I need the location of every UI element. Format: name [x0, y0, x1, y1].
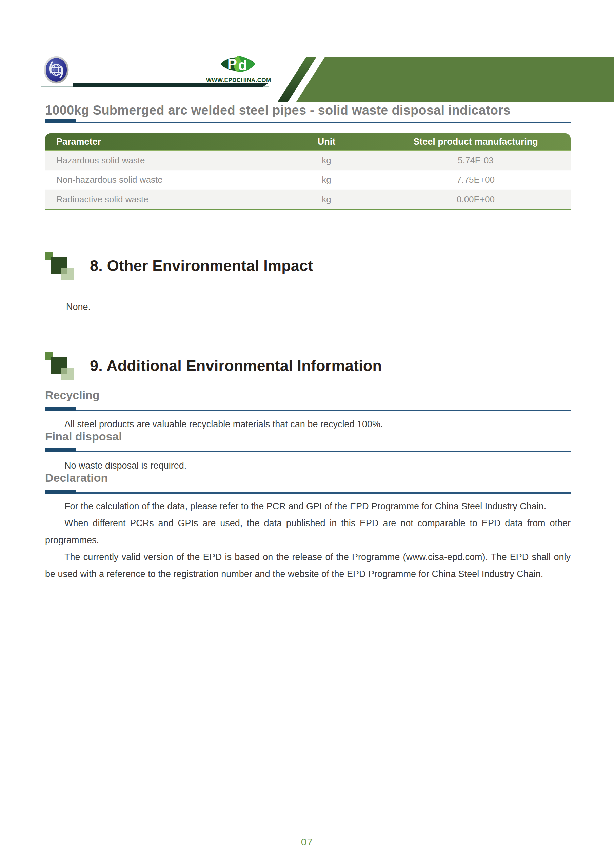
globe-badge-icon [43, 56, 69, 85]
final-disposal-heading: Final disposal [45, 429, 571, 443]
header-stripe-big [296, 57, 614, 102]
declaration-paragraph: The currently valid version of the EPD i… [45, 549, 571, 583]
section-9-header: 9. Additional Environmental Information [45, 350, 571, 381]
declaration-paragraph: For the calculation of the data, please … [45, 498, 571, 515]
declaration-heading: Declaration [45, 471, 571, 485]
cell-unit: kg [272, 175, 381, 185]
title-rule [45, 119, 571, 123]
section-8-title: 8. Other Environmental Impact [90, 257, 313, 274]
svg-text:P: P [228, 56, 237, 72]
recycling-rule [45, 407, 571, 411]
cell-value: 7.75E+00 [381, 175, 571, 185]
final-disposal-rule [45, 448, 571, 452]
epd-china-logo: P d WWW.EPDCHINA.COM [206, 53, 270, 84]
cell-parameter: Radioactive solid waste [45, 194, 272, 205]
page-number: 07 [0, 836, 614, 848]
section-8-header: 8. Other Environmental Impact [45, 250, 571, 281]
section-divider [45, 288, 571, 288]
cell-parameter: Hazardous solid waste [45, 155, 272, 166]
declaration-paragraphs: For the calculation of the data, please … [45, 498, 571, 583]
section-9-title: 9. Additional Environmental Information [90, 357, 382, 375]
column-header-parameter: Parameter [45, 136, 272, 147]
recycling-heading: Recycling [45, 388, 571, 402]
document-page: P d WWW.EPDCHINA.COM 1000kg Submerged ar… [0, 0, 614, 868]
table-row: Hazardous solid waste kg 5.74E-03 [45, 151, 571, 170]
recycling-body: All steel products are valuable recyclab… [45, 419, 571, 429]
declaration-rule [45, 490, 571, 494]
indicators-table: Parameter Unit Steel product manufacturi… [45, 133, 571, 210]
green-squares-icon [45, 250, 74, 281]
page-title: 1000kg Submerged arc welded steel pipes … [45, 102, 571, 118]
table-header-row: Parameter Unit Steel product manufacturi… [45, 133, 571, 151]
cell-value: 5.74E-03 [381, 155, 571, 166]
table-body: Hazardous solid waste kg 5.74E-03 Non-ha… [45, 151, 571, 210]
section-8-body: None. [45, 302, 571, 312]
column-header-manufacturing: Steel product manufacturing [381, 136, 571, 147]
cell-value: 0.00E+00 [381, 194, 571, 205]
final-disposal-body: No waste disposal is required. [45, 460, 571, 471]
green-squares-icon [45, 350, 74, 381]
epd-website-text: WWW.EPDCHINA.COM [206, 77, 270, 84]
cell-unit: kg [272, 155, 381, 166]
table-row: Radioactive solid waste kg 0.00E+00 [45, 190, 571, 209]
column-header-unit: Unit [272, 136, 381, 147]
epd-eye-icon: P d [219, 71, 257, 76]
table-row: Non-hazardous solid waste kg 7.75E+00 [45, 170, 571, 190]
cell-parameter: Non-hazardous solid waste [45, 175, 272, 185]
svg-text:d: d [238, 57, 247, 73]
declaration-paragraph: When different PCRs and GPIs are used, t… [45, 515, 571, 549]
cell-unit: kg [272, 194, 381, 205]
header-rule-dark [73, 83, 268, 87]
